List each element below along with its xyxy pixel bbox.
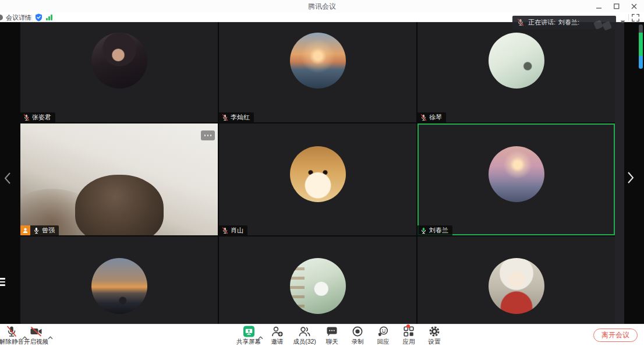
leave-meeting-button[interactable]: 离开会议 <box>593 329 638 342</box>
chat-label: 聊天 <box>326 338 338 346</box>
participant-nametag: 曾强 <box>30 225 59 235</box>
divider <box>31 15 32 20</box>
record-label: 录制 <box>352 338 364 346</box>
unmute-label: 解除静音 <box>0 338 24 346</box>
more-options-button[interactable] <box>201 130 215 140</box>
live-video-feed <box>20 123 218 235</box>
window-controls <box>590 0 643 13</box>
participant-grid: 张姿君 李灿红 <box>20 22 615 324</box>
apps-button[interactable]: 应用 <box>397 326 420 346</box>
participant-head <box>75 175 164 235</box>
security-shield-icon[interactable] <box>35 13 43 24</box>
screen-share-icon <box>243 326 255 337</box>
settings-gear-icon <box>429 326 440 337</box>
members-button[interactable]: 成员(32) <box>291 326 318 346</box>
invite-button[interactable]: 邀请 <box>266 326 289 346</box>
members-icon <box>298 326 311 337</box>
camera-off-icon <box>30 326 43 337</box>
member-badge-icon <box>20 225 30 235</box>
participant-name: 徐琴 <box>429 113 442 122</box>
view-dropdown-caret-icon[interactable] <box>620 16 625 26</box>
chat-icon <box>326 326 338 337</box>
participant-tile[interactable]: 徐琴 <box>417 22 615 122</box>
apps-label: 应用 <box>403 338 415 346</box>
start-video-label: 开启视频 <box>24 338 48 346</box>
active-speaker-banner[interactable]: 正在讲话: 刘春兰: <box>512 16 616 29</box>
avatar-pale-artwork <box>489 33 544 89</box>
participant-name: 李灿红 <box>231 113 250 122</box>
close-button[interactable] <box>625 0 643 13</box>
participant-tile-active-speaker[interactable]: 刘春兰 <box>417 123 615 235</box>
share-screen-button[interactable]: 共享屏幕 <box>234 326 263 346</box>
speaking-text: 正在讲话: 刘春兰: <box>528 18 579 27</box>
participant-nametag: 肖山 <box>219 225 247 235</box>
video-options-caret-icon[interactable] <box>48 331 53 342</box>
settings-label: 设置 <box>429 338 441 346</box>
record-icon <box>352 326 363 337</box>
invite-label: 邀请 <box>271 338 284 346</box>
app-logo-partial-icon <box>0 15 3 20</box>
toolbar-center-group: 共享屏幕 邀请 <box>234 326 446 346</box>
mic-muted-icon <box>222 227 228 234</box>
share-options-caret-icon[interactable] <box>258 331 263 342</box>
avatar-sunset-beach <box>290 33 346 89</box>
participant-tile[interactable] <box>417 236 615 324</box>
reactions-button[interactable]: 回应 <box>371 326 395 346</box>
participant-tile[interactable] <box>20 236 218 324</box>
minimize-icon <box>596 3 602 9</box>
participant-name: 曾强 <box>42 226 55 235</box>
record-button[interactable]: 录制 <box>346 326 369 346</box>
settings-button[interactable]: 设置 <box>423 326 446 346</box>
avatar-sunset-sea <box>489 146 544 202</box>
title-bar: 腾讯会议 <box>0 0 644 13</box>
participant-nametag: 徐琴 <box>417 112 446 122</box>
participant-name: 刘春兰 <box>429 226 448 235</box>
invite-icon <box>271 326 284 337</box>
control-toolbar: 解除静音 开启视频 <box>0 324 644 346</box>
next-page-preview <box>615 22 624 324</box>
participant-nametag: 李灿红 <box>219 112 254 122</box>
start-video-button[interactable]: 开启视频 <box>21 326 51 346</box>
participant-tile[interactable]: 李灿红 <box>219 22 416 122</box>
share-screen-label: 共享屏幕 <box>236 338 261 346</box>
mic-muted-icon <box>517 19 524 26</box>
divider <box>628 14 629 21</box>
faded-reaction-icon <box>593 20 603 30</box>
mic-muted-icon <box>420 114 427 121</box>
chevron-left-icon <box>3 171 12 185</box>
mic-muted-icon <box>23 114 30 121</box>
meeting-window: 腾讯会议 会议详情 <box>0 0 644 346</box>
maximize-button[interactable] <box>608 0 625 13</box>
avatar-store-scene <box>290 258 346 314</box>
meeting-details-button[interactable]: 会议详情 <box>6 13 31 22</box>
speaking-prefix: 正在讲话: <box>528 18 555 27</box>
minimize-button[interactable] <box>590 0 608 13</box>
fullscreen-icon[interactable] <box>632 13 639 24</box>
close-icon <box>631 3 637 9</box>
participant-tile[interactable] <box>219 236 416 324</box>
reaction-icon <box>377 326 389 337</box>
avatar-anime-character <box>489 258 544 314</box>
participant-tile[interactable]: 肖山 <box>219 123 416 235</box>
mic-on-icon <box>33 227 40 234</box>
speaking-name: 刘春兰: <box>558 18 579 27</box>
next-page-button[interactable] <box>624 170 637 185</box>
avatar-dusk-beach <box>91 258 147 314</box>
video-grid-area: 张姿君 李灿红 <box>0 22 644 324</box>
chat-button[interactable]: 聊天 <box>320 326 344 346</box>
maximize-icon <box>614 3 620 9</box>
chevron-right-icon <box>627 171 635 185</box>
members-label: 成员(32) <box>293 338 316 346</box>
avatar-dark-portrait <box>91 33 147 89</box>
participant-tile[interactable]: 张姿君 <box>20 22 218 122</box>
mic-muted-icon <box>6 326 17 337</box>
previous-page-button[interactable] <box>1 171 14 186</box>
side-panel-handle-icon[interactable] <box>0 278 5 288</box>
participant-name: 肖山 <box>231 226 243 235</box>
participant-nametag: 张姿君 <box>20 112 55 122</box>
avatar-shiba-dog <box>290 146 346 202</box>
signal-bars-icon[interactable] <box>46 15 52 20</box>
participant-tile-video[interactable]: 曾强 <box>20 123 218 235</box>
apps-icon <box>403 326 415 337</box>
scroll-indicator[interactable] <box>639 24 643 69</box>
